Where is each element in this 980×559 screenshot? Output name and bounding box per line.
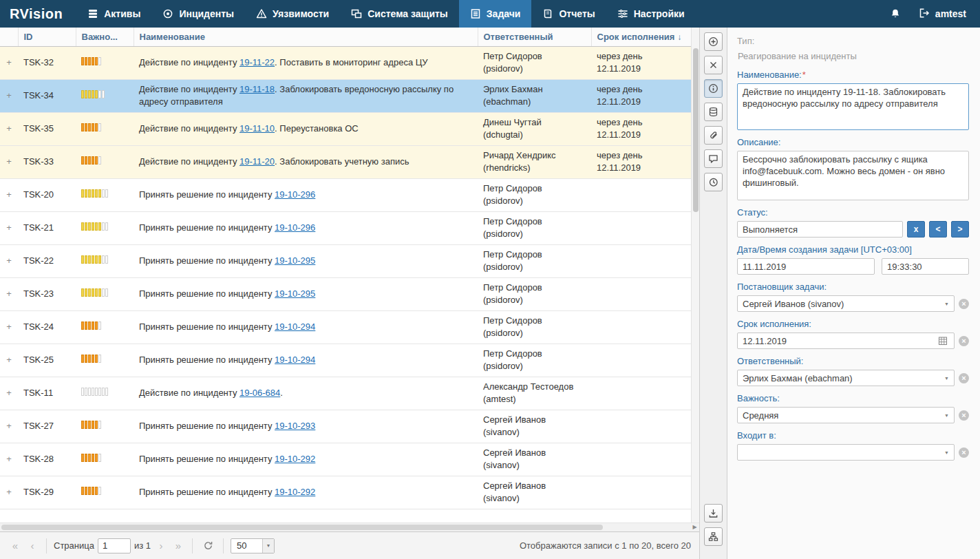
clear-icon[interactable]: × [959, 336, 969, 346]
row-expand-icon[interactable]: + [0, 222, 18, 234]
calendar-icon[interactable] [938, 336, 948, 346]
nav-item-incidents[interactable]: Инциденты [151, 0, 245, 28]
chevron-down-icon[interactable]: ▼ [262, 539, 274, 553]
page-size-select[interactable]: 50 ▼ [231, 538, 275, 553]
incident-link[interactable]: 19-10-296 [275, 189, 315, 200]
row-expand-icon[interactable]: + [0, 156, 18, 168]
vertical-scrollbar[interactable] [691, 28, 699, 523]
clear-icon[interactable]: × [959, 373, 969, 383]
table-row[interactable]: +TSK-35Действие по инциденту 19-11-10. П… [0, 112, 692, 145]
created-date-input[interactable] [737, 258, 875, 275]
last-page-button[interactable]: » [171, 540, 185, 551]
table-row[interactable]: +TSK-23Принять решение по инциденту 19-1… [0, 277, 692, 310]
col-responsible[interactable]: Ответственный [478, 28, 591, 46]
table-row[interactable]: +TSK-20Принять решение по инциденту 19-1… [0, 178, 692, 211]
incident-link[interactable]: 19-11-18 [239, 84, 275, 94]
clear-icon[interactable]: × [959, 299, 969, 309]
close-panel-button[interactable] [704, 56, 723, 74]
scroll-right-button[interactable]: ▶ [690, 523, 699, 531]
next-page-button[interactable]: › [154, 540, 168, 551]
clear-icon[interactable]: × [959, 410, 969, 421]
workflow-button[interactable] [704, 527, 723, 546]
nav-item-vulnerabilities[interactable]: Уязвимости [245, 0, 340, 28]
table-row[interactable]: +TSK-11Действие по инциденту 19-06-684.А… [0, 377, 692, 410]
status-cancel-button[interactable]: x [907, 221, 925, 238]
incident-link[interactable]: 19-10-295 [275, 288, 315, 299]
incident-link[interactable]: 19-11-22 [239, 57, 275, 67]
table-row[interactable]: +TSK-27Принять решение по инциденту 19-1… [0, 410, 692, 443]
row-expand-icon[interactable]: + [0, 123, 18, 135]
horizontal-scrollbar[interactable]: ▶ [0, 523, 699, 531]
row-expand-icon[interactable]: + [0, 486, 18, 498]
nav-item-settings[interactable]: Настройки [606, 0, 696, 28]
nav-item-assets[interactable]: Активы [76, 0, 151, 28]
col-name[interactable]: Наименование [134, 28, 478, 46]
row-expand-icon[interactable]: + [0, 89, 18, 102]
incident-link[interactable]: 19-10-293 [275, 421, 315, 431]
incident-link[interactable]: 19-06-684 [239, 388, 280, 398]
row-expand-icon[interactable]: + [0, 321, 18, 333]
logout-user-button[interactable]: amtest [919, 8, 966, 21]
incident-link[interactable]: 19-11-10 [239, 123, 275, 134]
incident-link[interactable]: 19-10-294 [275, 321, 315, 332]
row-expand-icon[interactable]: + [0, 387, 18, 399]
incident-link[interactable]: 19-10-295 [275, 255, 315, 266]
created-time-input[interactable] [882, 258, 969, 275]
incident-link[interactable]: 19-10-294 [275, 355, 315, 365]
chevron-down-icon[interactable]: ▼ [943, 376, 950, 381]
comments-button[interactable] [704, 149, 723, 168]
table-row[interactable]: +TSK-32Действие по инциденту 19-11-22. П… [0, 46, 692, 79]
table-row[interactable]: +TSK-33Действие по инциденту 19-11-20. З… [0, 145, 692, 178]
row-expand-icon[interactable]: + [0, 56, 18, 69]
row-expand-icon[interactable]: + [0, 453, 18, 465]
attachments-button[interactable] [704, 126, 723, 145]
export-button[interactable] [704, 504, 723, 523]
importance-select[interactable]: Средняя ▼ [737, 407, 955, 423]
description-textarea[interactable]: Бессрочно заблокировать рассылку с ящика… [737, 151, 969, 200]
app-logo[interactable]: RVision [0, 6, 76, 22]
related-data-button[interactable] [704, 103, 723, 121]
chevron-down-icon[interactable]: ▼ [943, 413, 950, 418]
status-input[interactable] [737, 221, 903, 238]
history-button[interactable] [704, 173, 723, 191]
table-row[interactable]: +TSK-29Принять решение по инциденту 19-1… [0, 476, 692, 509]
row-expand-icon[interactable]: + [0, 420, 18, 432]
page-number-input[interactable] [98, 538, 131, 553]
table-row[interactable]: +TSK-24Принять решение по инциденту 19-1… [0, 310, 692, 344]
author-select[interactable]: Сергей Иванов (sivanov) ▼ [737, 295, 955, 312]
row-expand-icon[interactable]: + [0, 189, 18, 201]
horizontal-scroll-thumb[interactable] [1, 525, 603, 530]
col-id[interactable]: ID [18, 28, 76, 46]
chevron-down-icon[interactable]: ▼ [943, 450, 950, 455]
table-row[interactable]: +TSK-22Принять решение по инциденту 19-1… [0, 244, 692, 277]
table-row[interactable]: +TSK-34Действие по инциденту 19-11-18. З… [0, 79, 692, 112]
incident-link[interactable]: 19-10-292 [275, 487, 315, 497]
incident-link[interactable]: 19-10-292 [275, 454, 315, 464]
name-textarea[interactable]: Действие по инциденту 19-11-18. Заблокир… [737, 83, 969, 130]
due-date-input[interactable]: 12.11.2019 [737, 333, 955, 349]
info-tab-button[interactable] [704, 79, 723, 98]
add-task-button[interactable] [704, 32, 723, 51]
table-row[interactable]: +TSK-28Принять решение по инциденту 19-1… [0, 443, 692, 476]
incident-link[interactable]: 19-10-296 [275, 222, 315, 233]
clear-icon[interactable]: × [959, 447, 969, 458]
chevron-down-icon[interactable]: ▼ [943, 302, 950, 306]
incident-link[interactable]: 19-11-20 [239, 156, 275, 167]
vertical-scroll-thumb[interactable] [693, 48, 699, 212]
row-expand-icon[interactable]: + [0, 288, 18, 300]
nav-item-reports[interactable]: Отчеты [531, 0, 606, 28]
row-expand-icon[interactable]: + [0, 255, 18, 267]
parent-task-select[interactable]: ▼ [737, 444, 955, 461]
nav-item-tasks[interactable]: Задачи [459, 0, 532, 28]
first-page-button[interactable]: « [8, 540, 22, 551]
col-due-date[interactable]: Срок исполнения↓ [591, 28, 692, 46]
nav-item-protection[interactable]: Система защиты [340, 0, 459, 28]
status-prev-button[interactable]: < [929, 221, 947, 238]
responsible-select[interactable]: Эрлих Бахман (ebachman) ▼ [737, 370, 955, 386]
refresh-button[interactable] [200, 538, 216, 553]
row-expand-icon[interactable]: + [0, 354, 18, 366]
notifications-bell-icon[interactable] [890, 8, 901, 19]
table-row[interactable]: +TSK-25Принять решение по инциденту 19-1… [0, 344, 692, 377]
status-next-button[interactable]: > [951, 221, 969, 238]
prev-page-button[interactable]: ‹ [25, 540, 39, 551]
